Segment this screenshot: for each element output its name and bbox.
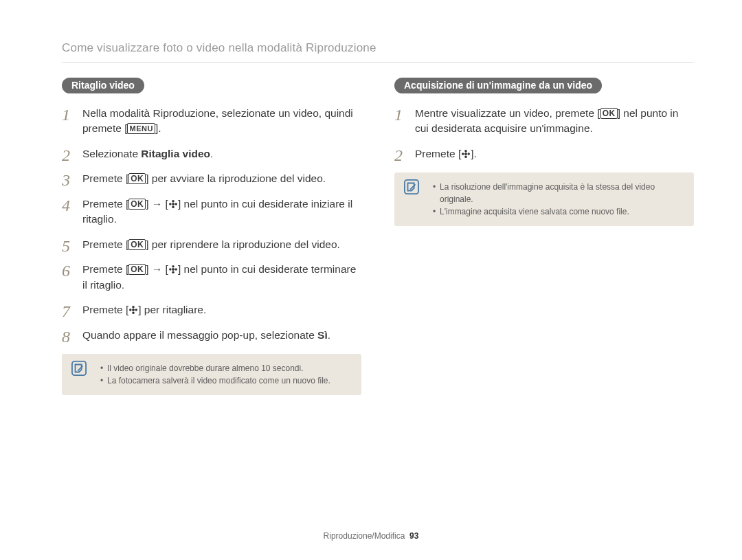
step-text: Premete [: [415, 148, 461, 159]
ok-button-icon: OK: [128, 239, 146, 250]
step-text: ] per riprendere la riproduzione del vid…: [146, 238, 340, 250]
left-step-2: Selezionate Ritaglia video.: [62, 146, 361, 161]
svg-point-5: [172, 268, 175, 271]
right-steps: Mentre visualizzate un video, premete [O…: [394, 106, 694, 161]
flower-icon: [168, 199, 178, 209]
flower-icon: [461, 149, 471, 159]
right-step-2: Premete [].: [394, 146, 694, 161]
step-text: .: [210, 148, 213, 159]
svg-point-11: [132, 306, 135, 309]
note-icon: [71, 361, 87, 376]
svg-point-10: [132, 309, 135, 311]
step-text: ].: [155, 122, 161, 134]
left-step-7: Premete [] per ritagliare.: [62, 302, 361, 317]
svg-point-16: [464, 153, 467, 155]
ok-button-icon: OK: [128, 199, 146, 210]
left-step-1: Nella modalità Riproduzione, selezionate…: [62, 106, 361, 137]
note-item: L'immagine acquisita viene salvata come …: [433, 205, 683, 218]
page-header: Come visualizzare foto o video nella mod…: [62, 41, 694, 55]
svg-point-1: [172, 200, 175, 203]
left-step-3: Premete [OK] per avviare la riproduzione…: [62, 171, 361, 186]
page-footer: Riproduzione/Modifica 93: [0, 531, 742, 541]
svg-point-9: [175, 269, 177, 271]
ok-button-icon: OK: [600, 108, 618, 119]
note-item: La risoluzione dell'immagine acquisita è…: [433, 181, 683, 205]
svg-point-17: [464, 150, 467, 153]
svg-point-7: [172, 271, 175, 274]
left-step-5: Premete [OK] per riprendere la riproduzi…: [62, 237, 361, 252]
step-bold: Ritaglia video: [141, 148, 210, 159]
note-item: La fotocamera salverà il video modificat…: [100, 374, 350, 387]
svg-point-13: [129, 309, 132, 311]
svg-point-6: [172, 265, 175, 268]
step-text: Premete [: [82, 198, 128, 210]
step-text: Premete [: [82, 238, 128, 250]
left-column: Ritaglio video Nella modalità Riproduzio…: [62, 78, 361, 395]
footer-section: Riproduzione/Modifica: [324, 531, 405, 541]
step-bold: Sì: [317, 329, 328, 341]
flower-icon: [168, 265, 178, 274]
ok-button-icon: OK: [128, 173, 146, 184]
right-heading-pill: Acquisizione di un'immagine da un video: [394, 78, 602, 93]
step-text: Quando appare il messaggio pop-up, selez…: [82, 329, 317, 341]
right-step-1: Mentre visualizzate un video, premete [O…: [394, 106, 694, 137]
step-text: ] per ritagliare.: [138, 304, 206, 315]
svg-point-8: [169, 269, 172, 271]
flower-icon: [128, 305, 138, 315]
right-note-box: La risoluzione dell'immagine acquisita è…: [394, 172, 694, 226]
svg-rect-15: [72, 361, 86, 375]
left-note-box: Il video originale dovrebbe durare almen…: [62, 354, 361, 395]
ok-button-icon: OK: [128, 264, 146, 275]
svg-point-14: [135, 309, 138, 311]
step-text: .: [328, 329, 330, 341]
left-step-8: Quando appare il messaggio pop-up, selez…: [62, 328, 361, 343]
step-text: ] per avviare la riproduzione del video.: [146, 172, 326, 184]
step-text: ] → [: [146, 263, 168, 275]
step-text: Mentre visualizzate un video, premete [: [415, 107, 600, 119]
menu-button-icon: MENU: [127, 123, 155, 134]
svg-point-18: [464, 155, 467, 158]
svg-point-19: [462, 153, 464, 155]
right-column: Acquisizione di un'immagine da un video …: [394, 78, 694, 395]
left-heading-pill: Ritaglio video: [62, 78, 144, 93]
svg-point-0: [172, 203, 175, 205]
left-step-6: Premete [OK] → [] nel punto in cui desid…: [62, 262, 361, 293]
svg-rect-21: [405, 180, 418, 194]
page-number: 93: [409, 531, 418, 541]
svg-point-3: [169, 203, 172, 205]
note-list: Il video originale dovrebbe durare almen…: [100, 362, 350, 387]
step-text: Premete [: [82, 263, 128, 275]
svg-point-4: [175, 203, 177, 205]
step-text: Selezionate: [82, 148, 141, 159]
note-icon: [404, 179, 419, 194]
left-steps: Nella modalità Riproduzione, selezionate…: [62, 106, 361, 343]
svg-point-20: [468, 153, 471, 155]
content-columns: Ritaglio video Nella modalità Riproduzio…: [62, 78, 694, 395]
header-divider: [62, 62, 694, 63]
step-text: Premete [: [82, 172, 128, 184]
step-text: Premete [: [82, 304, 128, 315]
svg-point-2: [172, 205, 175, 208]
left-step-4: Premete [OK] → [] nel punto in cui desid…: [62, 197, 361, 227]
note-list: La risoluzione dell'immagine acquisita è…: [433, 181, 683, 218]
page-container: Come visualizzare foto o video nella mod…: [0, 0, 742, 560]
step-text: Nella modalità Riproduzione, selezionate…: [82, 107, 353, 134]
step-text: ] → [: [146, 198, 168, 210]
note-item: Il video originale dovrebbe durare almen…: [100, 362, 350, 374]
step-text: ].: [471, 148, 477, 159]
svg-point-12: [132, 312, 135, 315]
